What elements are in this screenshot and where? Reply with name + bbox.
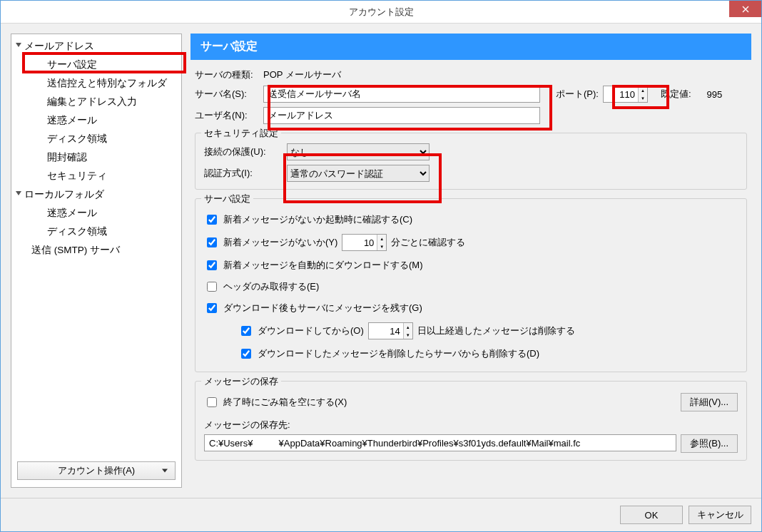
tree-junk[interactable]: 迷惑メール (11, 111, 181, 130)
chk-leave-label: ダウンロード後もサーバにメッセージを残す(G) (223, 302, 422, 314)
main-panel: サーバ設定 サーバの種類: POP メールサーバ サーバ名(S): ポート(P)… (190, 34, 751, 488)
username-label: ユーザ名(N): (195, 109, 259, 122)
chevron-up-icon[interactable]: ▲ (377, 235, 386, 242)
server-legend: サーバ設定 (201, 193, 253, 205)
tree-list: メールアドレス サーバ設定 送信控えと特別なフォルダ 編集とアドレス入力 迷惑メ… (11, 37, 181, 457)
connection-select[interactable]: なし (287, 143, 430, 160)
days-spinner[interactable]: ▲▼ (368, 322, 413, 339)
security-fieldset: セキュリティ設定 接続の保護(U): なし 認証方式(I): 通常のパスワード認… (195, 133, 747, 190)
server-type-value: POP メールサーバ (263, 68, 341, 81)
default-port-value: 995 (707, 89, 723, 100)
chk-startup-label: 新着メッセージがないか起動時に確認する(C) (223, 213, 412, 226)
chk-leave[interactable] (207, 303, 217, 313)
storage-fieldset: メッセージの保存 終了時にごみ箱を空にする(X) 詳細(V)... メッセージの… (195, 381, 747, 461)
chk-days[interactable] (241, 326, 251, 336)
port-label: ポート(P): (556, 88, 599, 101)
close-button[interactable] (729, 1, 761, 17)
chk-empty-trash-label: 終了時にごみ箱を空にする(X) (223, 396, 347, 409)
account-settings-window: アカウント設定 メールアドレス サーバ設定 送信控えと特別なフォルダ 編集とアド… (0, 0, 762, 532)
window-title: アカウント設定 (349, 6, 414, 19)
days-input[interactable] (369, 323, 403, 339)
interval-input[interactable] (342, 235, 377, 250)
chk-remove[interactable] (241, 349, 251, 359)
auth-label: 認証方式(I): (204, 167, 283, 180)
chk-autodl[interactable] (207, 260, 217, 270)
chk-interval-post: 分ごとに確認する (391, 236, 465, 249)
username-input[interactable] (263, 107, 540, 124)
chk-days-pre: ダウンロードしてから(O) (258, 324, 364, 337)
panel-header: サーバ設定 (190, 34, 751, 60)
tree-mail-address[interactable]: メールアドレス (11, 37, 181, 56)
spinner-arrows[interactable]: ▲▼ (638, 86, 647, 102)
chk-startup[interactable] (207, 215, 217, 225)
tree-local-folders[interactable]: ローカルフォルダ (11, 185, 181, 204)
chk-header[interactable] (207, 282, 217, 292)
server-name-label: サーバ名(S): (195, 88, 259, 101)
chk-days-post: 日以上経過したメッセージは削除する (417, 324, 575, 337)
panel-body: サーバの種類: POP メールサーバ サーバ名(S): ポート(P): ▲▼ 既… (190, 60, 751, 488)
auth-select[interactable]: 通常のパスワード認証 (287, 165, 430, 182)
port-input[interactable] (604, 86, 638, 102)
chk-remove-label: ダウンロードしたメッセージを削除したらサーバからも削除する(D) (258, 347, 539, 360)
chevron-down-icon[interactable]: ▼ (377, 242, 386, 250)
tree-server-settings[interactable]: サーバ設定 (11, 56, 181, 74)
tree-composition[interactable]: 編集とアドレス入力 (11, 93, 181, 111)
account-actions-button[interactable]: アカウント操作(A) (17, 461, 176, 480)
chk-header-label: ヘッダのみ取得する(E) (223, 280, 319, 293)
chk-interval-pre: 新着メッセージがないか(Y) (223, 236, 337, 249)
chk-empty-trash[interactable] (207, 397, 217, 407)
browse-button[interactable]: 参照(B)... (681, 434, 738, 453)
default-port-label: 既定値: (661, 88, 691, 101)
tree-receipts[interactable]: 開封確認 (11, 148, 181, 167)
dialog-buttons: OK キャンセル (1, 498, 761, 531)
storage-path-input[interactable] (204, 434, 676, 451)
chk-autodl-label: 新着メッセージを自動的にダウンロードする(M) (223, 259, 423, 272)
tree-local-disk[interactable]: ディスク領域 (11, 222, 181, 241)
port-spinner[interactable]: ▲▼ (603, 86, 648, 103)
advanced-button[interactable]: 詳細(V)... (681, 393, 738, 411)
account-tree: メールアドレス サーバ設定 送信控えと特別なフォルダ 編集とアドレス入力 迷惑メ… (11, 34, 182, 488)
server-type-label: サーバの種類: (195, 68, 259, 81)
server-fieldset: サーバ設定 新着メッセージがないか起動時に確認する(C) 新着メッセージがないか… (195, 198, 747, 372)
security-legend: セキュリティ設定 (201, 127, 281, 140)
server-name-input[interactable] (263, 86, 540, 103)
content-area: メールアドレス サーバ設定 送信控えと特別なフォルダ 編集とアドレス入力 迷惑メ… (1, 24, 761, 498)
chk-interval[interactable] (207, 237, 217, 247)
chevron-down-icon[interactable]: ▼ (404, 331, 412, 339)
chevron-down-icon[interactable]: ▼ (639, 94, 647, 102)
connection-label: 接続の保護(U): (204, 145, 283, 158)
ok-button[interactable]: OK (620, 506, 683, 524)
tree-smtp[interactable]: 送信 (SMTP) サーバ (11, 241, 181, 260)
chevron-up-icon[interactable]: ▲ (639, 86, 647, 94)
tree-security[interactable]: セキュリティ (11, 167, 181, 185)
chevron-up-icon[interactable]: ▲ (404, 323, 412, 331)
titlebar: アカウント設定 (1, 1, 761, 24)
tree-disk[interactable]: ディスク領域 (11, 130, 181, 148)
storage-path-label: メッセージの保存先: (204, 419, 738, 431)
tree-copies-folders[interactable]: 送信控えと特別なフォルダ (11, 74, 181, 93)
close-icon (742, 6, 749, 13)
tree-local-junk[interactable]: 迷惑メール (11, 204, 181, 222)
cancel-button[interactable]: キャンセル (689, 506, 751, 524)
storage-legend: メッセージの保存 (201, 375, 281, 388)
interval-spinner[interactable]: ▲▼ (342, 234, 387, 251)
